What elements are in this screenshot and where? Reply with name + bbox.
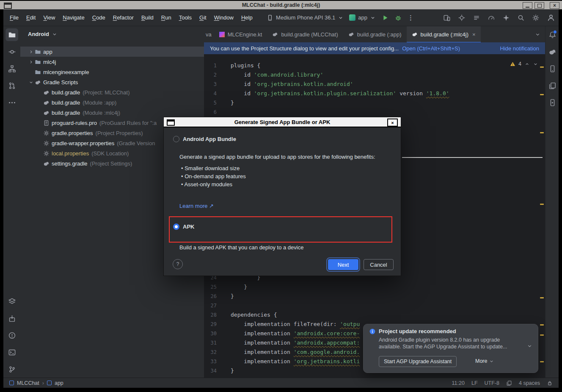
close-button[interactable]: × [550,2,559,9]
tree-chevron-icon[interactable] [27,80,35,85]
tree-item-hint: (ProGuard Rules for ":a [99,120,157,126]
menu-item-run[interactable]: Run [157,14,175,21]
menu-item-window[interactable]: Window [210,14,237,21]
menu-item-navigate[interactable]: Navigate [59,14,88,21]
line-number: 27 [204,301,217,310]
more-dropdown-button[interactable]: More [475,356,494,366]
project-tool-button[interactable] [6,28,18,41]
tree-item-app[interactable]: app [20,47,204,57]
debug-button[interactable] [394,14,402,22]
profile-button[interactable] [547,14,555,22]
radio-unselected-icon[interactable] [173,136,179,142]
device-explorer-tool-button[interactable] [6,312,18,325]
version-control-tool-button[interactable] [6,363,18,375]
editor-tab-build-gradle-mlc4j-[interactable]: build.gradle (:mlc4j)× [407,26,481,42]
menu-item-tools[interactable]: Tools [175,14,196,21]
line-ending[interactable]: LF [471,380,478,386]
inspections-widget[interactable]: 4 [510,61,538,67]
logcat-icon [473,14,480,22]
problems-tool-button[interactable] [6,329,18,342]
layout-inspector-button[interactable] [458,14,466,22]
menu-item-help[interactable]: Help [237,14,256,21]
tree-item-build-gradle[interactable]: build.gradle(Module :app) [20,97,204,108]
next-button[interactable]: Next [328,259,358,270]
commit-tool-button[interactable] [6,45,18,58]
menu-item-edit[interactable]: Edit [22,14,39,21]
status-bar: MLCChat › app 11:20 LF UTF-8 4 spaces [3,378,559,388]
menu-item-view[interactable]: View [39,14,59,21]
editor-tab-mlcengine-kt[interactable]: MLCEngine.kt [214,26,267,42]
layers-tool-button[interactable] [546,79,559,92]
profiler-button[interactable] [488,14,495,22]
menu-item-file[interactable]: File [6,14,22,21]
statusbar-widgets: 11:20 LF UTF-8 4 spaces [452,380,553,386]
notifications-tool-button[interactable] [546,28,559,41]
more-actions-button[interactable]: ⋮ [408,14,414,22]
settings-button[interactable] [532,14,540,22]
prev-warning-icon[interactable] [524,61,530,67]
tree-item-mlcengineexample[interactable]: mlcengineexample [20,67,204,77]
breadcrumb-module[interactable]: app [55,380,63,386]
editor-tab-build-gradle-mlcchat-[interactable]: build.gradle (MLCChat) [267,26,343,42]
tree-item-build-gradle[interactable]: build.gradle(Module :mlc4j) [20,108,204,118]
terminal-tool-button[interactable] [6,346,18,359]
run-button[interactable] [381,14,389,22]
menu-item-git[interactable]: Git [196,14,210,21]
dialog-close-button[interactable]: × [387,119,398,127]
expand-chevron-icon[interactable] [526,343,533,349]
editor-tab-build-gradle-app-[interactable]: build.gradle (:app) [343,26,407,42]
device-selector[interactable]: Medium Phone API 36.1 [267,14,344,21]
android-app-bundle-option[interactable]: Android App Bundle [173,136,236,142]
dialog-titlebar[interactable]: Generate Signed App Bundle or APK [164,117,401,127]
caret-position[interactable]: 11:20 [452,380,465,386]
device-mirror-button[interactable] [443,14,451,22]
lock-icon[interactable] [547,380,553,386]
more-tool-button[interactable] [6,96,18,109]
next-warning-icon[interactable] [533,61,538,67]
cancel-button[interactable]: Cancel [364,259,394,270]
run-config-selector[interactable]: app [349,14,376,21]
logcat-button[interactable] [473,14,480,22]
banner-hide-link[interactable]: Hide notification [500,45,540,52]
tab-overflow-remnant[interactable]: va [204,26,214,42]
breadcrumb-project[interactable]: MLCChat [17,380,39,386]
maximize-button[interactable] [534,2,544,9]
project-view-selector[interactable]: Android [20,26,204,37]
help-button[interactable]: ? [173,259,183,269]
line-number: 3 [204,80,217,89]
line-number: 6 [204,108,217,117]
gradle-icon [43,110,51,116]
gradle-tool-button[interactable] [546,45,559,58]
chev-r-icon [28,49,34,55]
tree-item-gradle-scripts[interactable]: Gradle Scripts [20,77,204,87]
pull-requests-tool-button[interactable] [6,79,18,92]
menu-item-refactor[interactable]: Refactor [109,14,138,21]
encoding[interactable]: UTF-8 [485,380,499,386]
breadcrumb[interactable]: MLCChat › app [9,380,63,386]
gemini-button[interactable] [502,14,510,22]
tree-item-mlc4j[interactable]: mlc4j [20,57,204,67]
start-agp-upgrade-button[interactable]: Start AGP Upgrade Assistant [379,356,457,367]
menu-item-code[interactable]: Code [88,14,109,21]
banner-open-link[interactable]: Open (Ctrl+Alt+Shift+S) [402,45,460,52]
tree-item-build-gradle[interactable]: build.gradle(Project: MLCChat) [20,87,204,97]
minimize-button[interactable] [523,2,532,9]
tab-close-icon[interactable]: × [472,31,476,38]
search-button[interactable] [517,14,525,22]
menubar: FileEditViewNavigateCodeRefactorBuildRun… [6,9,256,26]
build-variants-tool-button[interactable] [6,295,18,308]
editor-settings-icon[interactable] [506,380,512,386]
menu-item-build[interactable]: Build [138,14,157,21]
commit-icon [8,48,16,56]
tree-chevron-icon[interactable] [27,49,35,55]
breadcrumb-separator: › [42,380,44,386]
device-manager-tool-button[interactable] [546,62,559,75]
running-devices-tool-button[interactable] [546,96,559,109]
search-icon [517,14,525,22]
tree-chevron-icon[interactable] [27,59,35,65]
structure-tool-button[interactable] [6,62,18,75]
learn-more-link[interactable]: Learn more ↗ [179,203,214,209]
window-titlebar[interactable]: MLCChat - build.gradle (:mlc4j) × [0,1,562,9]
indent-size[interactable]: 4 spaces [519,380,540,386]
tab-list-dropdown[interactable] [530,26,545,42]
